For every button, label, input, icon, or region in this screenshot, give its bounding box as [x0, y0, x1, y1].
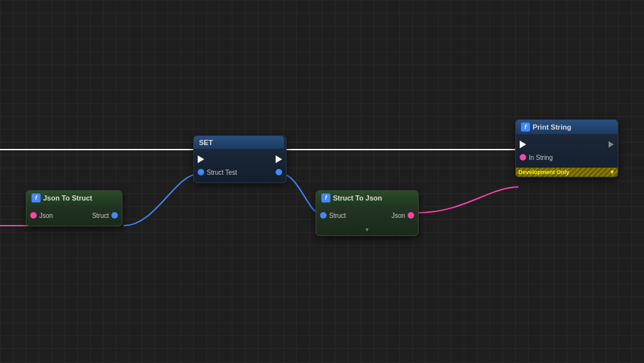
pin-struct-label: Struct [92, 212, 109, 219]
struct-to-json-title: Struct To Json [333, 194, 382, 202]
function-icon-2: f [321, 193, 330, 202]
function-icon: f [32, 193, 41, 202]
dev-only-badge: Development Only ▼ [516, 168, 618, 177]
set-node[interactable]: SET Struct Test [193, 135, 287, 183]
pin-json-output[interactable] [408, 212, 414, 219]
pin-in-string-label: In String [529, 154, 553, 161]
struct-to-json-footer: ▼ [316, 226, 418, 235]
pin-struct-output[interactable] [111, 212, 118, 219]
connection-lines [0, 0, 644, 363]
print-string-header: f Print String [516, 120, 618, 134]
struct-to-json-body: Struct Json [316, 205, 418, 226]
dev-only-arrow: ▼ [609, 169, 615, 175]
set-exec-row [194, 153, 286, 166]
pin-row-json: Json Struct [26, 209, 122, 222]
set-node-header: SET [194, 136, 284, 149]
print-string-body: In String [516, 134, 618, 168]
struct-to-json-header: f Struct To Json [316, 191, 418, 205]
expand-icon[interactable]: ▼ [365, 227, 370, 233]
set-node-title: SET [199, 139, 213, 146]
pin-json-input[interactable] [30, 212, 37, 219]
set-exec-out[interactable] [276, 155, 282, 163]
dev-only-text: Development Only [518, 169, 569, 175]
json-to-struct-node[interactable]: f Json To Struct Json Struct [26, 190, 122, 226]
pin-json-label: Json [39, 212, 53, 219]
pin-struct-input[interactable] [320, 212, 327, 219]
struct-to-json-node[interactable]: f Struct To Json Struct Json ▼ [316, 190, 419, 236]
struct-to-json-pin-row: Struct Json [316, 209, 418, 222]
set-node-body: Struct Test [194, 149, 286, 182]
node-title: Json To Struct [43, 194, 92, 202]
node-body: Json Struct [26, 205, 122, 226]
pin-struct-label2: Struct [329, 212, 346, 219]
print-exec-row [516, 138, 618, 151]
print-in-string-row: In String [516, 151, 618, 164]
set-struct-row: Struct Test [194, 166, 286, 179]
blueprint-canvas[interactable]: f Json To Struct Json Struct SET [0, 0, 644, 363]
pin-json-out-label: Json [392, 212, 405, 219]
set-exec-in[interactable] [198, 155, 204, 163]
pin-struct-test-output[interactable] [276, 169, 282, 175]
function-icon-3: f [521, 123, 530, 132]
pin-struct-test-label: Struct Test [207, 169, 237, 176]
pin-in-string[interactable] [520, 154, 526, 161]
print-string-title: Print String [533, 123, 571, 131]
print-string-node[interactable]: f Print String In String Development Onl… [515, 119, 618, 177]
pin-struct-test-input[interactable] [198, 169, 204, 175]
print-exec-in[interactable] [520, 141, 526, 148]
print-exec-out[interactable] [609, 141, 614, 148]
node-header: f Json To Struct [26, 191, 122, 205]
